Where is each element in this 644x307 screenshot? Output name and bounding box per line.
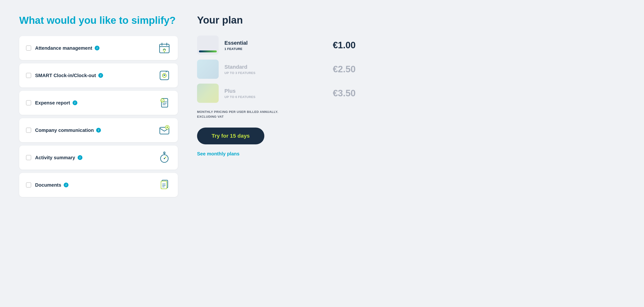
attendance-info-icon[interactable]: i (95, 46, 100, 50)
activity-icon-wrap (158, 151, 171, 164)
plan-row-plus: Plus UP TO 6 FEATURES €3.50 (197, 84, 356, 103)
plans-list: Essential 1 FEATURE €1.00 Standard UP TO… (197, 36, 356, 103)
monthly-plans-link[interactable]: See monthly plans (197, 151, 356, 156)
svg-text:€: € (162, 100, 163, 102)
communication-info-icon[interactable]: i (96, 128, 101, 132)
plan-features-essential: 1 FEATURE (224, 47, 321, 51)
checkbox-attendance[interactable] (26, 46, 31, 51)
plan-price-plus: €3.50 (327, 88, 356, 98)
checkbox-communication[interactable] (26, 128, 31, 133)
right-title: Your plan (197, 14, 356, 26)
feature-item-expense[interactable]: Expense report i € (19, 91, 178, 115)
left-title: What would you like to simplify? (19, 14, 178, 26)
expense-icon-wrap: € (158, 96, 171, 110)
clockin-icon-wrap (158, 69, 171, 82)
plan-features-plus: UP TO 6 FEATURES (224, 95, 321, 99)
activity-label: Activity summary (35, 155, 75, 160)
plan-row-standard: Standard UP TO 3 FEATURES €2.50 (197, 60, 356, 79)
feature-item-activity[interactable]: Activity summary i (19, 146, 178, 170)
checkbox-expense[interactable] (26, 100, 31, 106)
plan-thumb-standard (197, 60, 219, 79)
left-panel: What would you like to simplify? Attenda… (19, 14, 178, 197)
documents-info-icon[interactable]: i (64, 182, 68, 187)
activity-icon (158, 151, 170, 164)
feature-item-attendance[interactable]: Attendance management i (19, 36, 178, 60)
plan-info-standard: Standard UP TO 3 FEATURES (224, 64, 321, 75)
svg-point-8 (164, 75, 165, 76)
plan-row-essential: Essential 1 FEATURE €1.00 (197, 36, 356, 55)
svg-point-22 (164, 158, 165, 159)
expense-icon: € (158, 96, 170, 109)
plan-name-essential: Essential (224, 40, 321, 46)
checkbox-activity[interactable] (26, 155, 31, 160)
feature-list: Attendance management i (19, 36, 178, 197)
svg-rect-25 (161, 181, 167, 189)
plan-price-standard: €2.50 (327, 64, 356, 74)
pricing-note: MONTHLY PRICING PER USER BILLED ANNUALLY… (197, 110, 356, 119)
clockin-icon (158, 69, 170, 82)
plan-price-essential: €1.00 (327, 40, 356, 50)
communication-icon-wrap (158, 124, 171, 137)
activity-info-icon[interactable]: i (78, 155, 82, 160)
attendance-label: Attendance management (35, 46, 92, 51)
plan-features-standard: UP TO 3 FEATURES (224, 71, 321, 75)
expense-label: Expense report (35, 100, 70, 106)
main-container: What would you like to simplify? Attenda… (19, 14, 356, 197)
plan-name-plus: Plus (224, 88, 321, 94)
plan-info-essential: Essential 1 FEATURE (224, 40, 321, 51)
plan-thumb-essential (197, 36, 219, 55)
clockin-label: SMART Clock-in/Clock-out (35, 73, 96, 78)
checkbox-documents[interactable] (26, 182, 31, 188)
clockin-info-icon[interactable]: i (98, 73, 103, 78)
plan-info-plus: Plus UP TO 6 FEATURES (224, 88, 321, 99)
documents-icon-wrap (158, 178, 171, 192)
svg-point-23 (164, 152, 165, 153)
feature-item-clockin[interactable]: SMART Clock-in/Clock-out i (19, 64, 178, 88)
documents-label: Documents (35, 182, 61, 188)
checkbox-clockin[interactable] (26, 73, 31, 78)
communication-label: Company communication (35, 128, 94, 133)
documents-icon (158, 179, 170, 191)
feature-item-communication[interactable]: Company communication i (19, 118, 178, 142)
attendance-icon-wrap (158, 41, 171, 55)
expense-info-icon[interactable]: i (72, 100, 78, 105)
communication-icon (158, 124, 170, 136)
try-button[interactable]: Try for 15 days (197, 128, 264, 144)
attendance-icon (158, 42, 170, 54)
plan-thumb-plus (197, 84, 219, 103)
right-panel: Your plan Essential 1 FEATURE €1.00 Stan… (197, 14, 356, 197)
feature-item-documents[interactable]: Documents i (19, 173, 178, 197)
plan-name-standard: Standard (224, 64, 321, 70)
